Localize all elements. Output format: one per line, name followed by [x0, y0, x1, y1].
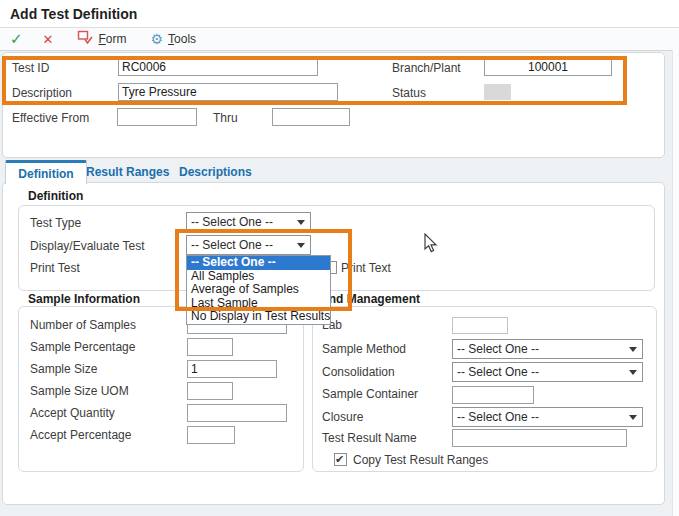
accept-percentage-input[interactable] [187, 426, 235, 444]
tab-descriptions[interactable]: Descriptions [179, 165, 252, 179]
sample-container-label: Sample Container [322, 387, 418, 401]
sample-percentage-input[interactable] [187, 338, 233, 356]
accept-percentage-label: Accept Percentage [30, 428, 131, 442]
form-icon [77, 30, 93, 48]
sample-size-uom-input[interactable] [187, 382, 233, 400]
display-evaluate-label: Display/Evaluate Test [30, 239, 145, 253]
consolidation-select[interactable]: -- Select One -- [452, 362, 643, 382]
test-result-name-label: Test Result Name [322, 431, 417, 445]
dropdown-option[interactable]: No Display in Test Results [187, 310, 330, 324]
display-evaluate-value: -- Select One -- [191, 238, 273, 252]
definition-section-header: Definition [28, 189, 83, 203]
test-type-select[interactable]: -- Select One -- [186, 212, 311, 232]
dropdown-arrow-icon [629, 370, 637, 375]
sample-method-value: -- Select One -- [457, 342, 539, 356]
description-input[interactable] [118, 83, 338, 101]
test-id-input[interactable] [118, 58, 318, 76]
thru-input[interactable] [272, 108, 350, 126]
sample-information-section-header: Sample Information [28, 292, 140, 306]
ok-button[interactable]: ✓ [10, 28, 23, 50]
branch-plant-input[interactable] [484, 58, 612, 76]
accept-quantity-input[interactable] [187, 404, 287, 422]
dropdown-option[interactable]: Last Sample [187, 297, 330, 311]
tab-definition[interactable]: Definition [5, 160, 87, 184]
sample-size-input[interactable] [187, 360, 277, 378]
page-title: Add Test Definition [10, 6, 137, 22]
consolidation-value: -- Select One -- [457, 365, 539, 379]
copy-test-result-ranges-checkbox[interactable] [334, 453, 347, 466]
dropdown-arrow-icon [297, 220, 305, 225]
sample-size-label: Sample Size [30, 362, 97, 376]
closure-label: Closure [322, 410, 363, 424]
form-menu-button[interactable]: Form [77, 28, 126, 50]
dropdown-arrow-icon [297, 243, 305, 248]
dropdown-option[interactable]: All Samples [187, 270, 330, 284]
display-evaluate-select[interactable]: -- Select One -- [186, 235, 311, 255]
right-gutter [672, 50, 679, 516]
sample-method-label: Sample Method [322, 342, 406, 356]
effective-from-label: Effective From [12, 111, 89, 125]
cancel-button[interactable]: ✕ [43, 28, 54, 50]
form-menu-label: Form [98, 32, 126, 46]
print-text-label: Print Text [341, 261, 391, 275]
gear-icon: ⚙ [151, 32, 164, 46]
copy-test-result-ranges-label: Copy Test Result Ranges [353, 453, 488, 467]
sample-size-uom-label: Sample Size UOM [30, 384, 129, 398]
display-evaluate-open-list: -- Select One -- All Samples Average of … [186, 255, 331, 325]
tab-definition-label: Definition [18, 167, 73, 181]
status-label: Status [392, 86, 426, 100]
status-field [484, 84, 511, 100]
dropdown-arrow-icon [629, 347, 637, 352]
effective-from-input[interactable] [117, 108, 197, 126]
dropdown-option[interactable]: -- Select One -- [187, 256, 330, 270]
branch-plant-label: Branch/Plant [392, 61, 461, 75]
tab-result-ranges[interactable]: Result Ranges [86, 165, 169, 179]
mouse-cursor-icon [424, 233, 438, 254]
print-test-label: Print Test [30, 261, 80, 275]
dropdown-option[interactable]: Average of Samples [187, 283, 330, 297]
tools-menu-button[interactable]: ⚙ Tools [127, 28, 197, 50]
dropdown-arrow-icon [629, 415, 637, 420]
closure-select[interactable]: -- Select One -- [452, 407, 643, 427]
add-test-definition-window: Add Test Definition ✓ ✕ Form ⚙ Tools Tes… [0, 0, 679, 516]
toolbar: ✓ ✕ Form ⚙ Tools [0, 28, 679, 51]
test-type-value: -- Select One -- [191, 215, 273, 229]
test-result-name-input[interactable] [452, 429, 627, 447]
test-id-label: Test ID [12, 61, 49, 75]
test-type-label: Test Type [30, 216, 81, 230]
sample-container-input[interactable] [452, 386, 534, 404]
number-of-samples-label: Number of Samples [30, 318, 136, 332]
sample-method-select[interactable]: -- Select One -- [452, 339, 643, 359]
title-bar: Add Test Definition [0, 0, 679, 28]
lab-input[interactable] [452, 317, 508, 334]
sample-percentage-label: Sample Percentage [30, 340, 135, 354]
thru-label: Thru [213, 111, 238, 125]
consolidation-label: Consolidation [322, 365, 395, 379]
closure-value: -- Select One -- [457, 410, 539, 424]
accept-quantity-label: Accept Quantity [30, 406, 115, 420]
description-label: Description [12, 86, 72, 100]
tools-menu-label: Tools [168, 32, 196, 46]
